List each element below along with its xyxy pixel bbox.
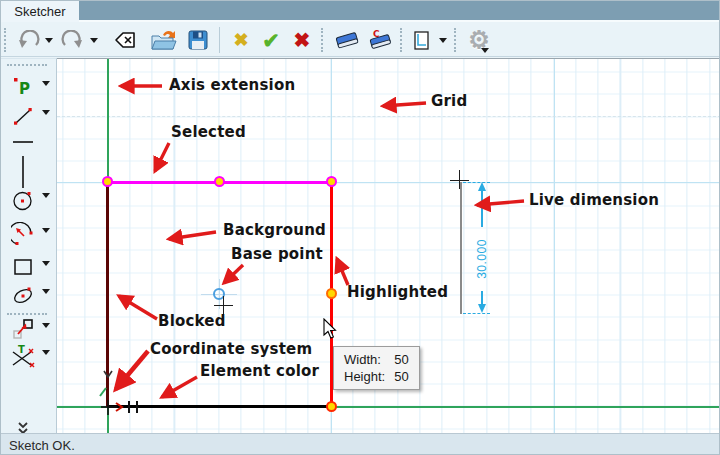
- point-tool-button[interactable]: P: [6, 75, 40, 99]
- redo-button[interactable]: [59, 24, 87, 56]
- rectangle-tool-dropdown[interactable]: [40, 261, 52, 266]
- eraser-color-icon: C: [365, 29, 395, 51]
- annotation-live-dimension: Live dimension: [529, 191, 659, 209]
- line-tool-dropdown[interactable]: [40, 110, 52, 115]
- accept-button[interactable]: ✔: [256, 24, 286, 56]
- save-button[interactable]: [184, 24, 212, 56]
- cancel-button[interactable]: ✖: [227, 24, 255, 56]
- erase-color-button[interactable]: C: [363, 24, 397, 56]
- sketch-toolbox: P: [1, 58, 57, 433]
- size-tooltip: Width: 50 Height: 50: [333, 346, 420, 390]
- tab-sketcher[interactable]: Sketcher: [1, 1, 79, 22]
- annotation-base-point: Base point: [231, 245, 323, 263]
- copy-move-icon: [11, 317, 35, 341]
- chevron-down-icon: [42, 228, 50, 233]
- delete-backspace-button[interactable]: [105, 24, 139, 56]
- undo-dropdown[interactable]: [43, 24, 55, 56]
- chevron-down-icon: [45, 38, 53, 43]
- line-tool-button[interactable]: [6, 104, 40, 128]
- chevron-down-icon: [42, 81, 50, 86]
- redo-icon: [61, 30, 85, 50]
- copy-move-tool-dropdown[interactable]: [40, 323, 52, 328]
- cancel-x-icon: ✖: [233, 31, 248, 49]
- tooltip-width-value: 50: [394, 352, 408, 367]
- tooltip-height-label: Height:: [344, 369, 385, 384]
- circle-tool-button[interactable]: [6, 187, 40, 213]
- chevron-down-icon: [439, 38, 447, 43]
- toolbar-grip: [454, 28, 457, 52]
- chevron-down-icon: [42, 110, 50, 115]
- horizontal-line-tool-button[interactable]: [6, 135, 40, 149]
- chevron-down-icon: [42, 289, 50, 294]
- tooltip-width-label: Width:: [344, 352, 385, 367]
- svg-text:T: T: [18, 344, 25, 355]
- sheet-view-button[interactable]: [409, 24, 435, 56]
- annotation-coordinate-system: Coordinate system: [150, 340, 312, 358]
- annotation-blocked: Blocked: [158, 312, 226, 330]
- annotation-background: Background: [223, 221, 326, 239]
- backspace-icon: [107, 30, 137, 50]
- copy-move-tool-button[interactable]: [6, 317, 40, 341]
- toolbar-grip: [321, 28, 324, 52]
- arc-icon: [11, 222, 35, 248]
- svg-text:P: P: [19, 80, 30, 98]
- settings-button-disabled[interactable]: ⚙: [463, 24, 495, 56]
- tab-sketcher-label: Sketcher: [14, 4, 65, 19]
- point-tool-dropdown[interactable]: [40, 81, 52, 86]
- vertical-line-tool-button[interactable]: [6, 153, 40, 191]
- sketch-canvas[interactable]: 30.000: [57, 58, 720, 433]
- ellipse-icon: [11, 283, 35, 307]
- open-button[interactable]: [147, 24, 179, 56]
- toolbar-grip: [4, 28, 7, 52]
- annotation-grid: Grid: [431, 92, 467, 110]
- line-icon: [11, 104, 35, 128]
- arc-tool-dropdown[interactable]: [40, 228, 52, 233]
- settings-dropdown[interactable]: [481, 48, 489, 53]
- chevron-down-icon: [42, 350, 50, 355]
- point-icon: P: [10, 75, 36, 99]
- delete-button[interactable]: ✖: [288, 24, 316, 56]
- annotation-highlighted: Highlighted: [347, 283, 448, 301]
- status-bar: Sketch OK.: [1, 433, 720, 455]
- circle-icon: [11, 187, 35, 213]
- arc-tool-button[interactable]: [6, 222, 40, 248]
- toolbar-separator: [219, 27, 220, 53]
- sketcher-window: Sketcher: [0, 0, 720, 455]
- vertical-line-icon: [11, 153, 35, 191]
- toolbar-grip: [400, 28, 403, 52]
- trim-icon: T: [10, 344, 36, 370]
- undo-icon: [16, 30, 40, 50]
- annotation-element-color: Element color: [200, 362, 319, 380]
- rectangle-tool-button[interactable]: [6, 255, 40, 279]
- circle-tool-dropdown[interactable]: [40, 193, 52, 198]
- save-floppy-icon: [187, 29, 209, 51]
- erase-button[interactable]: [331, 24, 363, 56]
- trim-tool-dropdown[interactable]: [40, 350, 52, 355]
- horizontal-line-icon: [11, 135, 35, 149]
- status-message: Sketch OK.: [9, 438, 75, 453]
- annotation-axis-extension: Axis extension: [169, 76, 295, 94]
- sheet-view-dropdown[interactable]: [437, 24, 449, 56]
- chevron-down-icon: [42, 193, 50, 198]
- annotation-selected: Selected: [171, 123, 246, 141]
- chevron-down-icon: [42, 323, 50, 328]
- undo-button[interactable]: [14, 24, 42, 56]
- ellipse-tool-dropdown[interactable]: [40, 289, 52, 294]
- trim-tool-button[interactable]: T: [6, 344, 40, 370]
- toolbox-grip: [7, 64, 47, 66]
- mouse-pointer-icon: [323, 318, 337, 339]
- ellipse-tool-button[interactable]: [6, 283, 40, 307]
- main-toolbar: ✖ ✔ ✖ C: [1, 24, 720, 57]
- chevron-down-icon: [42, 261, 50, 266]
- chevron-down-icon: [90, 38, 98, 43]
- rectangle-icon: [11, 255, 35, 279]
- toolbox-separator: [7, 313, 47, 315]
- sheet-icon: [412, 30, 432, 51]
- redo-dropdown[interactable]: [88, 24, 100, 56]
- open-folder-icon: [149, 28, 177, 52]
- eraser-icon: [333, 30, 361, 50]
- tooltip-height-value: 50: [394, 369, 408, 384]
- accept-check-icon: ✔: [262, 30, 280, 51]
- delete-x-icon: ✖: [294, 30, 311, 50]
- tab-bar: Sketcher: [1, 1, 720, 22]
